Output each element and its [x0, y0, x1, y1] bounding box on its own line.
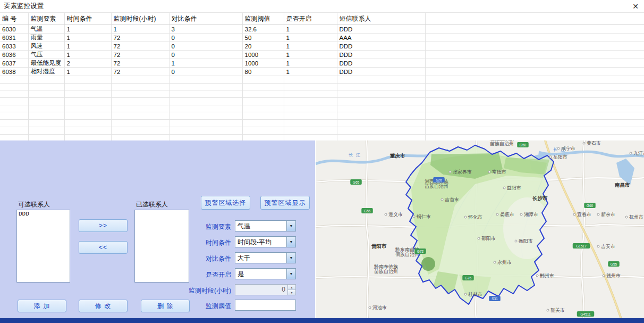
threshold-input[interactable]: [235, 300, 296, 311]
move-left-button[interactable]: <<: [79, 241, 128, 254]
close-icon[interactable]: ✕: [632, 2, 639, 11]
road-badge-label: G72: [417, 250, 424, 253]
bottom-section: 可选联系人 DDD >> << 已选联系人 预警区域选择 预警区域显示 监测要素…: [0, 140, 644, 323]
chevron-down-icon[interactable]: ▼: [286, 221, 295, 231]
column-header[interactable]: 监测时段(小时): [111, 13, 169, 25]
enabled-label: 是否开启: [159, 270, 231, 279]
table-row[interactable]: 6036气压172010001DDD: [0, 51, 644, 59]
city-marker-icon: [597, 245, 599, 247]
chevron-down-icon[interactable]: ▼: [286, 237, 295, 247]
time-cond-select[interactable]: 时间段-平均 ▼: [235, 236, 296, 247]
column-header-filler: [425, 13, 644, 25]
map-city-label: 邵阳市: [481, 236, 496, 241]
selected-contacts-label: 已选联系人: [136, 200, 168, 209]
table-empty-row[interactable]: [0, 83, 644, 90]
map-city-label: 宜春市: [577, 212, 591, 217]
monitor-grid[interactable]: 编 号监测要素时间条件监测时段(小时)对比条件监测阈值是否开启短信联系人6030…: [0, 13, 644, 140]
road-badge-label: G55: [611, 262, 617, 266]
chevron-down-icon[interactable]: ▼: [286, 253, 295, 263]
map-city-label: 怀化市: [468, 214, 482, 220]
city-marker-icon: [441, 198, 443, 201]
table-header-row: 编 号监测要素时间条件监测时段(小时)对比条件监测阈值是否开启短信联系人: [0, 13, 644, 25]
table-empty-row[interactable]: [0, 120, 644, 127]
warn-area-select-button[interactable]: 预警区域选择: [201, 196, 250, 210]
map-city-label: 河池市: [372, 305, 387, 310]
table-empty-row[interactable]: [0, 105, 644, 112]
road-badge-label: G56: [364, 209, 371, 213]
map-city-label: 新余市: [601, 212, 615, 217]
table-empty-row[interactable]: [0, 127, 644, 134]
table-empty-row[interactable]: [0, 134, 644, 140]
river-label: 长 江: [349, 153, 361, 158]
map-city-label: 苗族自治州: [374, 269, 398, 274]
city-marker-icon: [494, 261, 496, 263]
road-badge-label: S31: [492, 297, 498, 301]
map-city-label: 九江市: [633, 151, 644, 156]
map-city-label: 湘潭市: [524, 212, 538, 217]
table-row[interactable]: 6031雨量1720501AAA: [0, 34, 644, 42]
table-row[interactable]: 6038相对湿度1720801DDD: [0, 68, 644, 76]
table-empty-row[interactable]: [0, 90, 644, 98]
column-header[interactable]: 短信联系人: [337, 13, 425, 25]
column-header[interactable]: 编 号: [0, 13, 28, 25]
table-empty-row[interactable]: [0, 112, 644, 120]
add-button[interactable]: 添 加: [18, 300, 66, 312]
map-panel[interactable]: 重庆市岳阳市常德市张家界市湘西土家族苗族自治州益阳市吉首市长沙市南昌市黄石市咸宁…: [316, 140, 644, 319]
map-svg[interactable]: 重庆市岳阳市常德市张家界市湘西土家族苗族自治州益阳市吉首市长沙市南昌市黄石市咸宁…: [316, 140, 644, 319]
column-header[interactable]: 时间条件: [64, 13, 111, 25]
chevron-down-icon[interactable]: ▼: [286, 269, 295, 279]
compare-select[interactable]: 大于 ▼: [235, 252, 296, 263]
map-city-label: 抚州市: [629, 214, 643, 220]
city-marker-icon: [496, 213, 498, 216]
compare-select-value: 大于: [235, 253, 286, 263]
column-header[interactable]: 对比条件: [169, 13, 242, 25]
map-city-label: 贵阳市: [371, 243, 387, 249]
city-marker-icon: [488, 171, 490, 173]
move-right-button[interactable]: >>: [79, 219, 128, 232]
spin-down-icon[interactable]: ▼: [288, 290, 295, 295]
time-cond-label: 时间条件: [159, 238, 231, 247]
title-bar: 要素监控设置 ✕: [0, 0, 644, 13]
column-header[interactable]: 是否开启: [284, 13, 337, 25]
map-city-label: 吉安市: [601, 244, 615, 249]
map-city-label: 衡阳市: [519, 238, 533, 244]
map-city-label: 南昌市: [615, 182, 630, 188]
element-select[interactable]: 气温 ▼: [235, 220, 296, 231]
available-contacts-list[interactable]: DDD: [16, 210, 70, 283]
table-empty-row[interactable]: [0, 76, 644, 84]
column-header[interactable]: 监测阈值: [242, 13, 284, 25]
city-marker-icon: [515, 240, 517, 242]
map-city-label: 长沙市: [532, 195, 548, 201]
modify-button[interactable]: 修 改: [79, 300, 128, 312]
available-contacts-label: 可选联系人: [18, 200, 50, 209]
map-city-label: 郴州市: [539, 273, 554, 278]
delete-button[interactable]: 删 除: [141, 300, 190, 312]
column-header[interactable]: 监测要素: [28, 13, 64, 25]
road-badge-label: G76: [465, 276, 472, 280]
city-marker-icon: [583, 142, 585, 144]
road-badge-label: G50: [520, 143, 527, 147]
map-city-label: 永州市: [497, 260, 512, 265]
map-city-label: 桂林市: [468, 292, 482, 297]
table-row[interactable]: 6030气温11332.61DDD: [0, 25, 644, 34]
city-marker-icon: [597, 213, 599, 216]
spin-up-icon[interactable]: ▲: [288, 285, 295, 290]
city-marker-icon: [630, 152, 632, 154]
time-cond-select-value: 时间段-平均: [235, 237, 286, 247]
province-layer: [406, 145, 554, 304]
city-marker-icon: [625, 216, 628, 218]
warn-area-display-button[interactable]: 预警区域显示: [260, 196, 310, 210]
table-empty-row[interactable]: [0, 98, 644, 105]
city-marker-icon: [385, 213, 387, 216]
window-title: 要素监控设置: [0, 2, 44, 11]
enabled-select[interactable]: 是 ▼: [235, 268, 296, 279]
road-badge-label: S26: [436, 178, 442, 182]
city-marker-icon: [413, 216, 415, 218]
table-row[interactable]: 6037最低能见度272110001DDD: [0, 59, 644, 68]
city-marker-icon: [573, 213, 575, 216]
period-spinner[interactable]: 0 ▲ ▼: [235, 284, 296, 295]
city-marker-icon: [603, 275, 605, 277]
table-row[interactable]: 6033风速1720201DDD: [0, 42, 644, 51]
contact-item[interactable]: DDD: [17, 210, 70, 218]
map-city-label: 遵义市: [388, 212, 403, 217]
